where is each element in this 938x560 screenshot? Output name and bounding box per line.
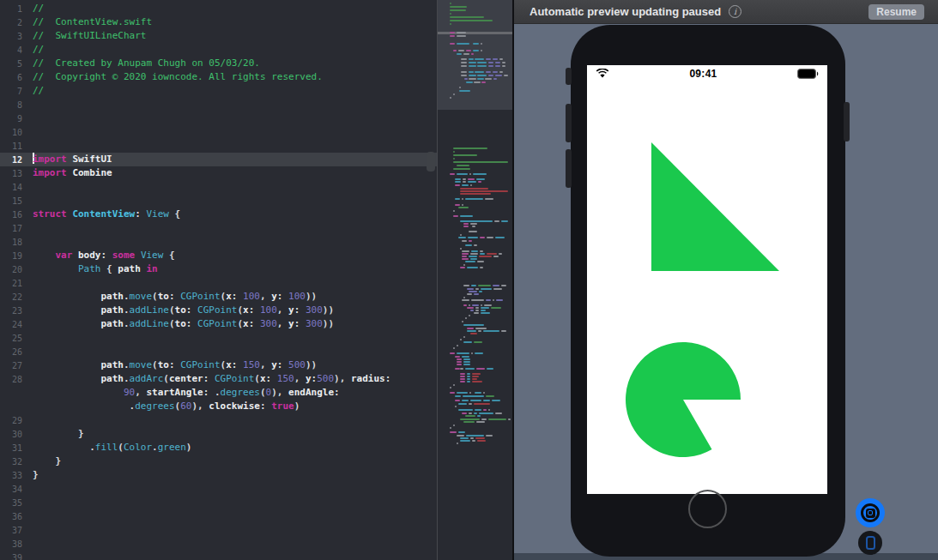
code-line[interactable]: 29 [0, 413, 438, 427]
minimap-line [467, 288, 474, 290]
code-text: .fill(Color.green) [33, 441, 438, 455]
code-line[interactable]: 20 Path { path in [0, 262, 438, 276]
code-text: import SwiftUI [33, 153, 438, 166]
live-preview-button[interactable] [856, 498, 885, 527]
code-line[interactable]: 36 [0, 509, 438, 523]
code-line[interactable]: 7// [0, 84, 438, 98]
line-number: 2 [0, 18, 33, 27]
home-button[interactable] [688, 490, 727, 528]
minimap-line [472, 381, 482, 382]
minimap-line [469, 304, 470, 306]
code-line[interactable]: 10 [0, 125, 438, 139]
minimap-line [450, 173, 455, 175]
code-line[interactable]: 12import SwiftUI [0, 153, 438, 166]
code-line[interactable]: 31 .fill(Color.green) [0, 441, 438, 455]
code-line[interactable]: 22 path.move(to: CGPoint(x: 100, y: 100)… [0, 290, 438, 304]
minimap-line [477, 62, 487, 63]
code-line[interactable]: 23 path.addLine(to: CGPoint(x: 100, y: 3… [0, 304, 438, 317]
code-line[interactable]: 5// Created by Anupam Chugh on 05/03/20. [0, 57, 438, 70]
code-line[interactable]: 38 [0, 537, 438, 551]
minimap-line [462, 240, 467, 242]
resume-button[interactable]: Resume [868, 4, 924, 20]
preview-on-device-button[interactable] [858, 531, 882, 555]
code-line[interactable]: 34 [0, 482, 438, 496]
code-line[interactable]: 3// SwiftUILineChart [0, 29, 438, 43]
code-line[interactable]: .degrees(60), clockwise: true) [0, 400, 438, 413]
code-line[interactable]: 21 [0, 276, 438, 290]
minimap-line [475, 288, 479, 290]
minimap-line [455, 181, 461, 183]
code-line[interactable]: 9 [0, 111, 438, 125]
line-number: 15 [0, 196, 33, 206]
minimap-line [501, 330, 506, 332]
code-line[interactable]: 4// [0, 43, 438, 57]
code-line[interactable]: 14 [0, 180, 438, 194]
code-line[interactable]: 6// Copyright © 2020 iowncode. All right… [0, 70, 438, 84]
code-line[interactable]: 30 } [0, 427, 438, 441]
code-text: // [33, 84, 438, 98]
device-screen[interactable]: 09:41 [587, 65, 827, 494]
code-line[interactable]: 37 [0, 523, 438, 537]
code-line[interactable]: 18 [0, 235, 438, 249]
minimap-line [462, 256, 467, 257]
line-number: 31 [0, 443, 33, 453]
volume-down-button [566, 149, 572, 188]
code-line[interactable]: 16struct ContentView: View { [0, 208, 438, 221]
minimap-line [470, 223, 477, 225]
code-line[interactable]: 32 } [0, 455, 438, 468]
minimap-line [469, 403, 472, 405]
code-line[interactable]: 15 [0, 194, 438, 208]
minimap-line [481, 312, 490, 314]
code-line[interactable]: 27 path.move(to: CGPoint(x: 150, y: 500)… [0, 358, 438, 372]
code-line[interactable]: 19 var body: some View { [0, 249, 438, 262]
code-line[interactable]: 2// ContentView.swift [0, 15, 438, 29]
xcode-window: 1//2// ContentView.swift3// SwiftUILineC… [0, 0, 938, 560]
code-line[interactable]: 13import Combine [0, 166, 438, 180]
minimap-line [472, 226, 475, 227]
code-line[interactable]: 35 [0, 496, 438, 509]
editor-scrollbar-thumb[interactable] [427, 152, 435, 172]
minimap-line [475, 328, 487, 329]
minimap-line [495, 75, 502, 76]
minimap-line [462, 299, 469, 301]
minimap-line [496, 299, 503, 301]
minimap-line [484, 304, 492, 306]
code-line[interactable]: 8 [0, 98, 438, 111]
code-line[interactable]: 33} [0, 468, 438, 482]
minimap-line [491, 307, 501, 309]
minimap-line [461, 62, 467, 63]
code-line[interactable]: 1// [0, 2, 438, 15]
info-icon[interactable]: i [729, 5, 741, 18]
code-line[interactable]: 25 [0, 331, 438, 345]
code-line[interactable]: 28 path.addArc(center: CGPoint(x: 150, y… [0, 372, 438, 386]
minimap-line [483, 330, 499, 332]
line-number: 29 [0, 416, 33, 425]
code-line[interactable]: 24 path.addLine(to: CGPoint(x: 300, y: 3… [0, 317, 438, 331]
minimap-line [493, 288, 502, 290]
silent-switch [566, 68, 572, 85]
minimap-line [465, 198, 483, 200]
code-line[interactable]: 26 [0, 345, 438, 358]
minimap-line [480, 253, 485, 255]
code-line[interactable]: 17 [0, 221, 438, 235]
minimap[interactable] [438, 0, 512, 560]
line-number: 7 [0, 87, 33, 96]
minimap-line [455, 184, 460, 186]
minimap-line [458, 431, 465, 433]
line-number: 1 [0, 4, 33, 14]
minimap-line [450, 23, 451, 25]
code-text: path.addArc(center: CGPoint(x: 150, y:50… [33, 372, 438, 386]
minimap-line [486, 395, 494, 397]
minimap-line [453, 154, 477, 156]
minimap-line [460, 220, 493, 222]
preview-status-text: Automatic preview updating paused [530, 5, 721, 18]
code-line[interactable]: 39 [0, 551, 438, 560]
minimap-line [450, 43, 455, 45]
minimap-line [460, 440, 470, 442]
code-line[interactable]: 11 [0, 139, 438, 153]
code-text: // [33, 43, 438, 57]
minimap-line [462, 321, 463, 322]
code-line[interactable]: 90, startAngle: .degrees(0), endAngle: [0, 386, 438, 400]
minimap-line [469, 78, 476, 80]
code-editor[interactable]: 1//2// ContentView.swift3// SwiftUILineC… [0, 0, 438, 560]
